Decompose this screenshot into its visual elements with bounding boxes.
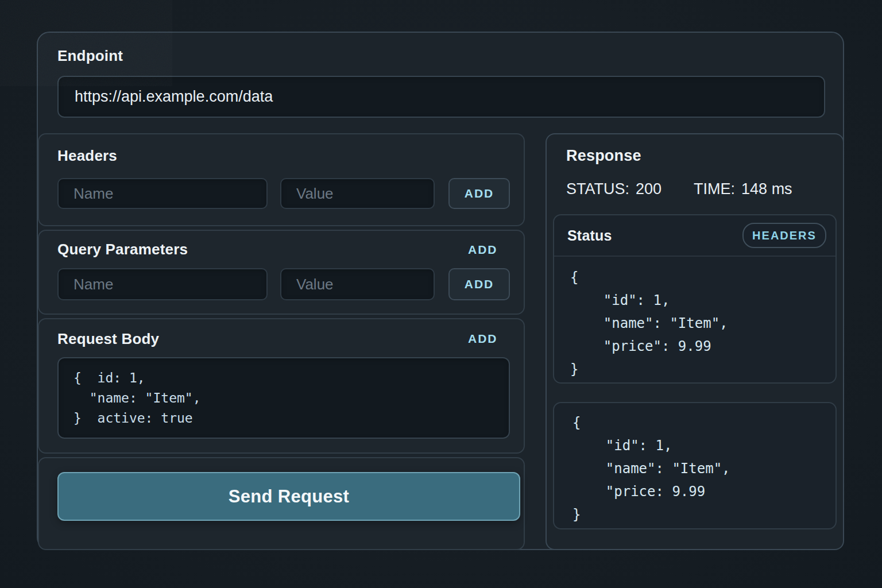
endpoint-input[interactable] — [57, 76, 825, 118]
request-body-code: { id: 1, "name: "Item", } active: true — [74, 368, 494, 428]
response-headers-button[interactable]: HEADERS — [742, 223, 826, 248]
response-status-row: STATUS: 200 TIME: 148 ms — [566, 180, 792, 198]
query-add-button[interactable]: ADD — [448, 268, 510, 300]
response-status-panel: Status HEADERS { "id": 1, "name": "Item"… — [553, 214, 837, 384]
send-request-button[interactable]: Send Request — [57, 472, 520, 521]
request-body-title: Request Body — [57, 330, 159, 348]
query-name-input[interactable] — [57, 268, 268, 300]
response-json-primary: { "id": 1, "name": "Item", "price": 9.99… — [554, 257, 835, 381]
response-json-panel: { "id": 1, "name": "Item", "price: 9.99 … — [553, 402, 837, 529]
status-label: STATUS: — [566, 180, 629, 198]
query-value-input[interactable] — [280, 268, 435, 300]
status-panel-header: Status HEADERS — [554, 215, 835, 257]
header-value-input[interactable] — [280, 178, 435, 209]
header-name-input[interactable] — [57, 178, 268, 209]
status-value: 200 — [636, 180, 662, 198]
response-json-secondary: { "id": 1, "name": "Item", "price: 9.99 … — [554, 403, 835, 526]
headers-title: Headers — [57, 147, 117, 165]
time-value: 148 ms — [741, 180, 792, 198]
request-body-add-link[interactable]: ADD — [468, 332, 498, 346]
status-panel-title: Status — [567, 227, 612, 244]
time-label: TIME: — [694, 180, 735, 198]
app-root: Endpoint Headers ADD Query Parameters AD… — [0, 0, 882, 588]
query-params-title: Query Parameters — [57, 241, 188, 258]
query-add-link[interactable]: ADD — [468, 243, 498, 257]
headers-add-button[interactable]: ADD — [448, 178, 510, 209]
request-body-editor[interactable]: { id: 1, "name: "Item", } active: true — [57, 357, 510, 439]
endpoint-label: Endpoint — [57, 47, 123, 65]
response-title: Response — [566, 147, 641, 165]
